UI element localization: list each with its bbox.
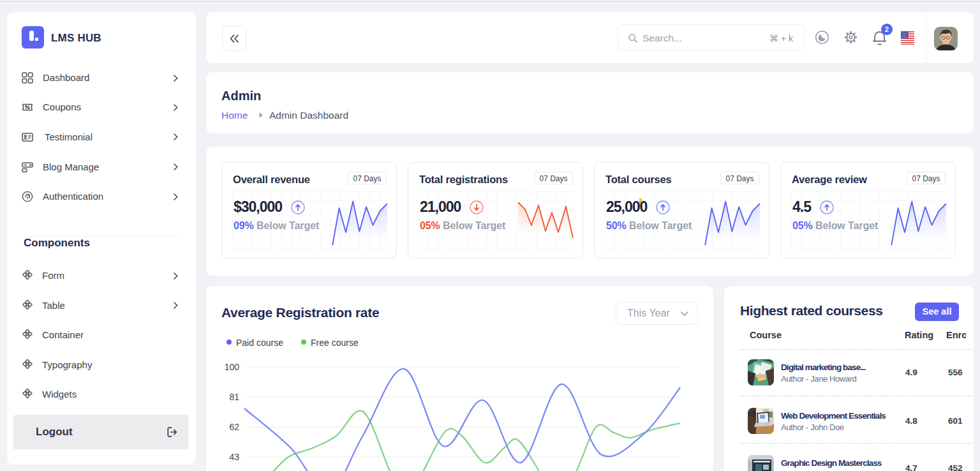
svg-text:62: 62 bbox=[229, 422, 239, 432]
svg-text:81: 81 bbox=[229, 392, 239, 402]
svg-text:100: 100 bbox=[225, 362, 240, 372]
svg-text:43: 43 bbox=[229, 452, 239, 462]
